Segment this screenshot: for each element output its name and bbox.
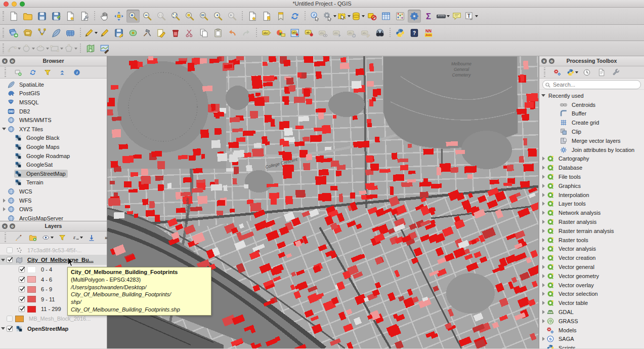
processing-item-layer-tools[interactable]: Layer tools (539, 200, 644, 209)
measure-button[interactable] (436, 10, 449, 23)
expander-open-icon[interactable] (0, 259, 6, 261)
processing-item-vector-overlay[interactable]: Vector overlay (539, 281, 644, 290)
visibility-checkbox[interactable] (19, 266, 25, 273)
processing-item-interpolation[interactable]: Interpolation (539, 190, 644, 200)
processing-item-vector-creation[interactable]: Vector creation (539, 253, 644, 262)
expander-closed-icon[interactable] (540, 202, 546, 206)
open-project-button[interactable] (21, 10, 34, 23)
filter-by-expression-button[interactable]: ε (72, 232, 82, 243)
processing-item-vector-geometry[interactable]: Vector geometry (539, 272, 644, 281)
add-selected-layers-button[interactable] (13, 67, 23, 77)
expander-closed-icon[interactable] (540, 292, 546, 296)
processing-item-join-attributes-by-location[interactable]: Join attributes by location (539, 145, 644, 154)
browser-item-ows[interactable]: OWS (0, 205, 107, 214)
edit-features-in-place-button[interactable] (611, 67, 621, 77)
modify-attributes-button[interactable] (155, 26, 168, 40)
rectangle-tool-button[interactable] (50, 42, 63, 55)
processing-item-models[interactable]: Models (539, 326, 644, 335)
processing-item-buffer[interactable]: Buffer (539, 109, 644, 119)
metasearch-button[interactable] (373, 26, 387, 40)
layers-close-icon[interactable]: x (2, 223, 8, 229)
properties-widget-button[interactable]: i (72, 67, 82, 77)
identify-features-button[interactable]: i (309, 10, 322, 23)
processing-item-grass[interactable]: GRASS (539, 317, 644, 326)
refresh-browser-button[interactable] (28, 67, 38, 77)
new-project-button[interactable] (7, 10, 20, 23)
processing-item-vector-general[interactable]: Vector general (539, 262, 644, 272)
layer-diagram-options-button[interactable] (274, 26, 287, 40)
processing-item-vector-analysis[interactable]: Vector analysis (539, 245, 644, 254)
zoom-to-layer-button[interactable] (197, 10, 210, 23)
python-console-button[interactable] (394, 26, 407, 40)
filter-browser-button[interactable] (42, 67, 53, 77)
circle-tool-button[interactable] (21, 42, 34, 55)
zoom-to-selection-button[interactable] (183, 10, 196, 23)
current-edits-button[interactable] (84, 26, 97, 40)
browser-item-wcs[interactable]: WCS (0, 187, 107, 196)
processing-item-create-grid[interactable]: Create grid (539, 118, 644, 127)
processing-item-gdal[interactable]: GDALGDAL (539, 307, 644, 317)
browser-float-icon[interactable]: o (10, 58, 15, 64)
browser-item-googlesat[interactable]: GoogleSat (0, 160, 107, 169)
save-project-as-button[interactable] (50, 10, 63, 23)
feature-tools-button[interactable] (141, 26, 154, 40)
results-viewer-button[interactable] (596, 67, 607, 77)
add-polygon-feature-button[interactable] (126, 26, 140, 40)
data-source-manager-button[interactable] (21, 26, 34, 40)
processing-item-network-analysis[interactable]: Network analysis (539, 208, 644, 217)
zoom-full-button[interactable] (169, 10, 182, 23)
visibility-checkbox[interactable] (19, 306, 25, 312)
visibility-checkbox[interactable] (7, 326, 13, 332)
visibility-checkbox[interactable] (7, 257, 13, 263)
models-menu-button[interactable] (552, 67, 563, 77)
browser-item-wfs[interactable]: WFS (0, 196, 107, 205)
processing-float-icon[interactable]: o (549, 58, 554, 64)
cut-features-button[interactable] (183, 26, 196, 40)
processing-item-file-tools[interactable]: File tools (539, 172, 644, 181)
visibility-checkbox[interactable] (19, 296, 25, 302)
expander-open-icon[interactable] (1, 128, 7, 130)
close-window-button[interactable] (4, 2, 9, 7)
processing-item-vector-table[interactable]: Vector table (539, 298, 644, 307)
layer-item-openstreetmap[interactable]: OpenStreetMap (0, 324, 107, 333)
zoom-out-button[interactable] (141, 10, 154, 23)
processing-item-merge-vector-layers[interactable]: Merge vector layers (539, 136, 644, 145)
layout-manager-button[interactable] (78, 10, 91, 23)
visibility-checkbox[interactable] (7, 247, 13, 253)
copy-features-button[interactable] (197, 26, 210, 40)
expander-closed-icon[interactable] (540, 274, 546, 278)
new-spatial-bookmark-button[interactable] (246, 10, 259, 23)
expander-open-icon[interactable] (0, 327, 6, 330)
nn-join-plugin-button[interactable]: NNJoin (422, 26, 435, 40)
expand-all-layers-button[interactable] (87, 232, 97, 243)
rotate-label-button[interactable]: abc (345, 26, 358, 40)
browser-item-spatialite[interactable]: SpatiaLite (0, 80, 107, 89)
move-label-button[interactable]: abc (331, 26, 344, 40)
zoom-window-button[interactable] (20, 2, 25, 7)
text-annotation-button[interactable]: T (464, 10, 478, 23)
expander-closed-icon[interactable] (540, 157, 546, 161)
processing-item-raster-terrain-analysis[interactable]: Raster terrain analysis (539, 226, 644, 236)
browser-item-terrain[interactable]: Terrain (0, 178, 107, 187)
processing-item-saga[interactable]: SSAGA (539, 335, 644, 344)
expander-closed-icon[interactable] (540, 247, 546, 251)
browser-item-xyz-tiles[interactable]: XYZ Tiles (0, 125, 107, 134)
visibility-checkbox[interactable] (19, 277, 25, 283)
expander-closed-icon[interactable] (540, 166, 546, 170)
expander-closed-icon[interactable] (540, 238, 546, 242)
manage-map-themes-button[interactable] (42, 232, 53, 243)
select-features-button[interactable] (337, 10, 350, 23)
expander-closed-icon[interactable] (540, 220, 546, 224)
help-button[interactable]: ? (408, 26, 421, 40)
collapse-all-button[interactable] (57, 67, 67, 77)
run-feature-action-button[interactable] (323, 10, 336, 23)
processing-item-centroids[interactable]: Centroids (539, 100, 644, 109)
pin-labels-button[interactable]: ab (288, 26, 302, 40)
highlight-pinned-labels-button[interactable]: ab (303, 26, 316, 40)
minimize-window-button[interactable] (12, 2, 17, 7)
expander-closed-icon[interactable] (540, 229, 546, 233)
expander-closed-icon[interactable] (540, 211, 546, 215)
visibility-checkbox[interactable] (7, 316, 13, 322)
layers-float-icon[interactable]: o (10, 223, 15, 229)
expander-closed-icon[interactable] (1, 199, 7, 203)
